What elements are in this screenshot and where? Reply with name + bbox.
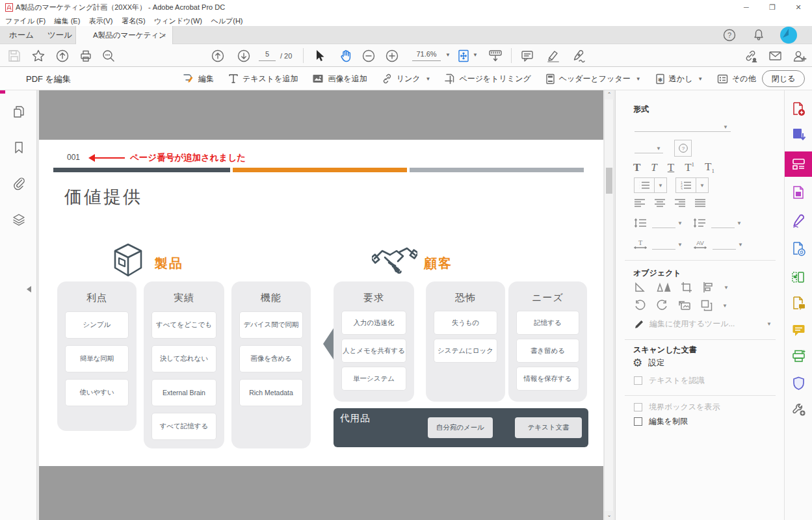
close-window-button[interactable]: ✕	[787, 0, 809, 14]
edit-tool-caret-icon[interactable]: ▼	[766, 321, 772, 327]
add-text-button[interactable]: テキストを追加	[228, 73, 298, 84]
font-size-caret-icon[interactable]: ▼	[656, 146, 661, 151]
superscript-button[interactable]: T1	[685, 161, 694, 174]
scrollbar-thumb[interactable]	[606, 168, 612, 194]
value-card[interactable]: シンプル	[66, 312, 128, 338]
tab-close-icon[interactable]: ×	[162, 26, 166, 44]
value-card[interactable]: 画像を含める	[240, 346, 302, 372]
document-scrollbar[interactable]: ⌃ ⌄	[604, 90, 613, 520]
font-family-select[interactable]	[635, 122, 731, 132]
value-card[interactable]: 入力の迅速化	[342, 311, 406, 334]
replace-image-icon[interactable]	[678, 300, 691, 311]
arrange-objects-caret-icon[interactable]: ▼	[722, 303, 727, 309]
value-card[interactable]: 情報を保存する	[517, 367, 579, 390]
restrict-editing-checkbox[interactable]	[634, 417, 642, 426]
line-spacing-input[interactable]	[652, 218, 675, 228]
zoom-level-value[interactable]: 71.6%	[412, 50, 441, 61]
align-center-button[interactable]	[654, 198, 666, 207]
font-help-button[interactable]: ?	[674, 140, 692, 157]
line-spacing-caret-icon[interactable]: ▼	[677, 220, 683, 226]
tab-tools[interactable]: ツール	[47, 26, 72, 44]
substitute-card[interactable]: 自分宛のメール	[428, 417, 493, 438]
organize-pages-icon[interactable]	[791, 270, 806, 285]
menu-help[interactable]: ヘルプ(H)	[211, 17, 242, 25]
share-link-icon[interactable]	[743, 49, 757, 63]
align-objects-caret-icon[interactable]: ▼	[724, 285, 729, 291]
numbered-list-button[interactable]: 123 ▼	[675, 177, 709, 193]
value-card[interactable]: 決して忘れない	[152, 346, 216, 372]
menu-file[interactable]: ファイル (F)	[5, 17, 46, 25]
fit-page-caret-icon[interactable]: ▼	[473, 52, 478, 58]
save-icon[interactable]	[7, 49, 21, 63]
align-objects-icon[interactable]	[702, 281, 714, 293]
link-button[interactable]: リンク▼	[382, 73, 431, 84]
share-upload-icon[interactable]	[55, 49, 70, 63]
customer-label[interactable]: 顧客	[424, 255, 452, 272]
select-tool-icon[interactable]	[313, 49, 327, 63]
layers-icon[interactable]	[12, 213, 26, 227]
scroll-down-button[interactable]: ⌄	[605, 511, 614, 520]
account-avatar[interactable]	[780, 27, 797, 44]
value-card[interactable]: すべて記憶する	[152, 413, 216, 439]
restore-button[interactable]: ❐	[761, 0, 783, 14]
page-thumbnails-icon[interactable]	[12, 105, 26, 119]
bookmarks-icon[interactable]	[12, 140, 26, 155]
notifications-bell-icon[interactable]	[752, 28, 766, 42]
more-button[interactable]: その他▼	[717, 73, 766, 84]
bullet-list-caret-icon[interactable]: ▼	[655, 183, 666, 188]
value-card[interactable]: デバイス間で同期	[240, 312, 302, 338]
tab-home[interactable]: ホーム	[9, 26, 34, 44]
request-signatures-icon[interactable]	[791, 296, 806, 311]
more-tools-icon[interactable]	[791, 402, 806, 417]
export-pdf-icon[interactable]: A	[791, 127, 806, 142]
print-icon[interactable]	[79, 49, 93, 63]
watermark-button[interactable]: ✱ 透かし▼	[655, 73, 703, 84]
comment-icon[interactable]	[520, 49, 534, 63]
add-image-button[interactable]: 画像を追加	[312, 73, 367, 84]
tab-document[interactable]: A製品のマーケティング... ×	[75, 26, 173, 44]
fill-sign-icon[interactable]	[791, 213, 806, 228]
value-card[interactable]: 人とメモを共有する	[342, 339, 406, 362]
value-card[interactable]: 記憶する	[517, 311, 579, 334]
font-family-caret-icon[interactable]: ▼	[723, 124, 728, 130]
horizontal-scale-input[interactable]	[652, 239, 675, 250]
product-label[interactable]: 製品	[155, 255, 183, 272]
substitutes-title[interactable]: 代用品	[340, 412, 371, 424]
scroll-up-button[interactable]: ⌃	[605, 90, 614, 99]
edit-button[interactable]: 編集	[182, 73, 214, 84]
export-office-icon[interactable]: x	[791, 185, 806, 200]
header-footer-button[interactable]: ヘッダーとフッター▼	[545, 73, 641, 84]
arrange-objects-icon[interactable]	[701, 300, 713, 311]
hand-tool-icon[interactable]	[339, 49, 353, 63]
settings-label[interactable]: 設定	[648, 358, 664, 369]
column-title[interactable]: 要求	[334, 292, 414, 304]
menu-window[interactable]: ウィンドウ(W)	[154, 17, 202, 25]
create-pdf-icon[interactable]	[791, 101, 806, 116]
sign-pen-icon[interactable]	[571, 49, 585, 63]
value-card[interactable]: すべてをどこでも	[152, 312, 216, 338]
previous-page-icon[interactable]	[211, 49, 225, 63]
value-card[interactable]: 失うもの	[434, 311, 497, 334]
value-card[interactable]: 書き留める	[517, 339, 579, 362]
combine-files-icon[interactable]	[791, 241, 806, 256]
attachments-icon[interactable]	[12, 176, 26, 190]
collapse-left-pane-arrow[interactable]	[27, 286, 31, 292]
bullet-list-button[interactable]: ▼	[634, 177, 667, 193]
recognize-text-checkbox[interactable]	[634, 376, 642, 385]
flip-vertical-icon[interactable]	[657, 281, 671, 293]
zoom-caret-icon[interactable]: ▼	[445, 52, 451, 58]
scroll-mode-icon[interactable]	[488, 49, 502, 63]
star-icon[interactable]	[31, 49, 46, 63]
add-user-icon[interactable]	[792, 49, 806, 63]
edit-pdf-icon[interactable]	[791, 157, 806, 172]
value-card[interactable]: 使いやすい	[66, 380, 128, 406]
kerning-input[interactable]	[713, 239, 736, 250]
underline-button[interactable]: T	[668, 161, 674, 174]
column-title[interactable]: 恐怖	[426, 292, 505, 304]
paragraph-spacing-caret-icon[interactable]: ▼	[737, 220, 742, 226]
minimize-button[interactable]: ─	[735, 0, 757, 14]
menu-sign[interactable]: 署名(S)	[122, 17, 146, 25]
highlighter-icon[interactable]	[546, 49, 560, 63]
value-card[interactable]: 簡単な同期	[66, 346, 128, 372]
menu-edit[interactable]: 編集 (E)	[55, 17, 81, 25]
